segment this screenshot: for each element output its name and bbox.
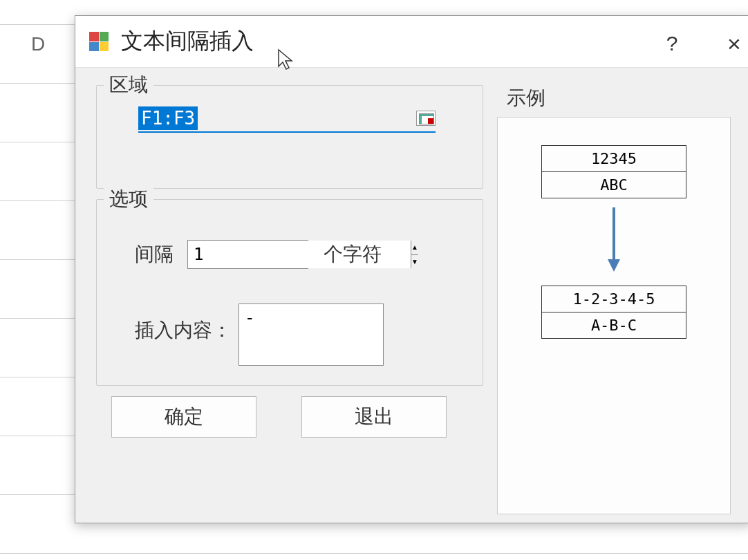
example-after-table: 1-2-3-4-5 A-B-C: [541, 286, 686, 339]
interval-label: 间隔: [135, 241, 174, 268]
help-button[interactable]: ?: [655, 26, 689, 61]
interval-spinner[interactable]: ▲ ▼: [187, 240, 308, 269]
example-before-table: 12345 ABC: [541, 145, 686, 198]
options-fieldset: 选项 间隔 ▲ ▼ 个字符 插入内容：: [96, 199, 483, 386]
range-input-container[interactable]: F1:F3: [138, 106, 436, 133]
app-icon: [89, 32, 109, 51]
example-cell: ABC: [542, 172, 686, 198]
range-input[interactable]: F1:F3: [138, 106, 198, 130]
example-cell: A-B-C: [542, 312, 686, 338]
column-header-d: D: [31, 33, 45, 55]
example-cell: 1-2-3-4-5: [542, 286, 686, 312]
ok-button[interactable]: 确定: [111, 396, 256, 438]
interval-suffix-label: 个字符: [324, 241, 382, 268]
spinner-up-button[interactable]: ▲: [411, 241, 418, 255]
region-fieldset: 区域 F1:F3: [96, 85, 483, 189]
insert-content-label: 插入内容：: [135, 317, 232, 344]
exit-button[interactable]: 退出: [301, 396, 447, 438]
range-picker-button[interactable]: [416, 111, 436, 126]
options-legend: 选项: [104, 186, 153, 212]
insert-content-input[interactable]: [239, 304, 384, 366]
arrow-down-icon: [604, 204, 624, 273]
region-legend: 区域: [104, 72, 153, 98]
titlebar[interactable]: 文本间隔插入 ? ×: [75, 16, 748, 68]
dialog-window: 文本间隔插入 ? × 区域 F1:F3 选项 间隔: [75, 15, 748, 523]
example-panel: 12345 ABC 1-2-3-4-5 A-B-C: [497, 117, 731, 514]
example-cell: 12345: [542, 146, 686, 172]
range-picker-icon: [419, 113, 433, 123]
svg-marker-1: [608, 259, 620, 272]
dialog-title: 文本间隔插入: [121, 26, 254, 57]
example-legend: 示例: [501, 85, 551, 111]
spinner-down-button[interactable]: ▼: [411, 255, 418, 269]
close-button[interactable]: ×: [717, 26, 748, 61]
